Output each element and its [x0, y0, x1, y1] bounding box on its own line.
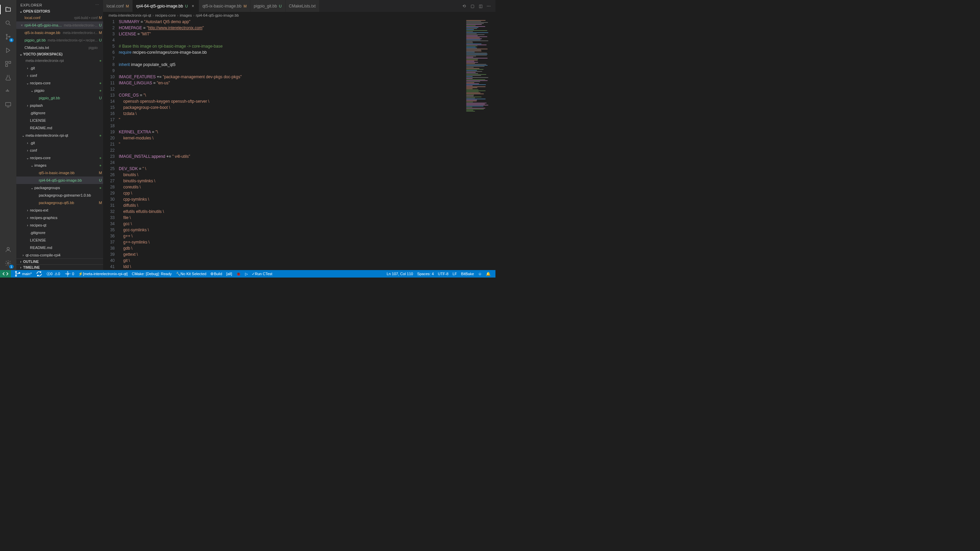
editor-tab[interactable]: rpi4-64-qt5-gpio-image.bbU× — [133, 0, 199, 12]
chevron-right-icon: › — [193, 13, 195, 17]
run-launch-icon[interactable]: ▷ — [243, 270, 250, 278]
tree-item[interactable]: packagegroup-qt5.bbM — [16, 199, 103, 206]
tab-bar: local.confMrpi4-64-qt5-gpio-image.bbU×qt… — [103, 0, 495, 12]
tree-item[interactable]: ›conf — [16, 147, 103, 154]
encoding[interactable]: UTF-8 — [436, 270, 450, 278]
sync-icon[interactable] — [34, 270, 45, 278]
explorer-icon[interactable] — [3, 5, 13, 14]
tree-item[interactable]: .gitignore — [16, 109, 103, 117]
tree-item[interactable]: ⌄images● — [16, 162, 103, 169]
tree-item[interactable]: ⌄meta-interelectronix-rpi-qt● — [16, 132, 103, 139]
more-icon[interactable]: ⋯ — [485, 2, 493, 10]
eol[interactable]: LF — [450, 270, 459, 278]
tree-item[interactable]: pigpio_git.bbU — [16, 94, 103, 102]
tree-item[interactable]: ⌄packagegroups● — [16, 184, 103, 192]
tree-item[interactable]: ›recipes-graphics — [16, 214, 103, 221]
tree-item[interactable]: ›psplash — [16, 102, 103, 109]
language-mode[interactable]: BitBake — [459, 270, 476, 278]
run-ctest[interactable]: ✓ Run CTest — [250, 270, 274, 278]
close-icon[interactable]: × — [19, 23, 24, 27]
ports[interactable]: 0 — [62, 270, 76, 278]
tree-item[interactable]: ›.git — [16, 64, 103, 72]
remote-explorer-icon[interactable] — [3, 100, 13, 110]
breadcrumb-item[interactable]: meta-interelectronix-rpi-qt — [108, 13, 151, 17]
cmake-status[interactable]: CMake: [Debug]: Ready — [130, 270, 173, 278]
notifications-icon[interactable]: 🔔 — [484, 270, 493, 278]
accounts-icon[interactable] — [3, 245, 13, 254]
debug-launch-icon[interactable]: 🐞 — [234, 270, 243, 278]
editor-tab[interactable]: qt5-ix-basic-image.bbM — [199, 0, 250, 12]
editor-tab[interactable]: pigpio_git.bbU — [250, 0, 285, 12]
minimap[interactable] — [465, 19, 495, 270]
tree-item[interactable]: ›.git — [16, 139, 103, 147]
docker-icon[interactable] — [3, 86, 13, 96]
chevron-icon: › — [25, 104, 30, 108]
tree-item[interactable]: LICENSE — [16, 237, 103, 244]
tree-item[interactable]: rpi4-64-qt5-gpio-image.bbU — [16, 176, 103, 184]
tree-item[interactable]: ›conf — [16, 72, 103, 79]
tree-item[interactable]: README.md — [16, 244, 103, 251]
tree-item[interactable]: .gitignore — [16, 229, 103, 237]
open-editor-item[interactable]: CMakeLists.txtpigpio — [16, 44, 103, 51]
editor-tab[interactable]: CMakeLists.txt — [285, 0, 320, 12]
tree-item[interactable]: qt5-ix-basic-image.bbM — [16, 169, 103, 176]
open-editors-section[interactable]: ⌄OPEN EDITORS — [16, 8, 103, 14]
open-editor-item[interactable]: pigpio_git.bbmeta-interelectronix-rpi • … — [16, 37, 103, 44]
breadcrumb-item[interactable]: rpi4-64-qt5-gpio-image.bb — [196, 13, 239, 17]
open-editor-item[interactable]: qt5-ix-basic-image.bbmeta-interelectroni… — [16, 29, 103, 37]
breadcrumb-item[interactable]: images — [180, 13, 192, 17]
open-editor-item[interactable]: local.confrpi4-build • confM — [16, 14, 103, 21]
compare-icon[interactable]: ⟲ — [460, 2, 468, 10]
git-branch[interactable]: main* — [12, 270, 34, 278]
tree-item[interactable]: ›recipes-qt — [16, 221, 103, 229]
open-editor-item[interactable]: ×rpi4-64-qt5-gpio-image.bbmeta-interelec… — [16, 21, 103, 29]
chevron-icon: ⌄ — [21, 134, 25, 137]
timeline-section[interactable]: ›TIMELINE — [16, 264, 103, 270]
svg-point-1 — [6, 34, 7, 35]
cmake-context[interactable]: ⚡ [meta-interelectronix-rpi-qt] — [76, 270, 130, 278]
outline-section[interactable]: ›OUTLINE — [16, 259, 103, 264]
workspace-section[interactable]: ⌄YOCTO (WORKSPACE) — [16, 51, 103, 57]
svg-point-17 — [67, 273, 68, 275]
remote-indicator[interactable] — [0, 270, 11, 278]
chevron-icon: ⌄ — [25, 81, 30, 85]
extensions-icon[interactable] — [3, 59, 13, 69]
problems[interactable]: ⓧ 0 ⚠ 0 — [45, 270, 62, 278]
tree-item[interactable]: ⌄pigpio● — [16, 87, 103, 94]
close-icon[interactable]: × — [191, 4, 195, 8]
breadcrumbs[interactable]: meta-interelectronix-rpi-qt›recipes-core… — [103, 12, 495, 19]
cmake-kit[interactable]: 🔧 No Kit Selected — [174, 270, 208, 278]
settings-gear-icon[interactable]: 1 — [3, 259, 13, 268]
chevron-icon: › — [25, 208, 30, 212]
testing-icon[interactable] — [3, 73, 13, 82]
editor-tab[interactable]: local.confM — [103, 0, 133, 12]
activity-bar: 6 1 — [0, 0, 16, 270]
chevron-right-icon: › — [177, 13, 179, 17]
cursor-position[interactable]: Ln 107, Col 110 — [385, 270, 415, 278]
svg-point-15 — [15, 275, 16, 276]
source-control-icon[interactable]: 6 — [3, 32, 13, 41]
split-icon[interactable]: ◫ — [476, 2, 485, 10]
chevron-icon: › — [25, 224, 30, 227]
indent[interactable]: Spaces: 4 — [415, 270, 436, 278]
run-debug-icon[interactable] — [3, 46, 13, 55]
search-icon[interactable] — [3, 18, 13, 28]
tree-item[interactable]: README.md — [16, 124, 103, 132]
tree-item[interactable]: LICENSE — [16, 117, 103, 124]
sidebar: EXPLORER ⋯ ⌄OPEN EDITORS local.confrpi4-… — [16, 0, 103, 270]
sidebar-title: EXPLORER — [21, 3, 42, 7]
run-icon[interactable]: ▢ — [468, 2, 476, 10]
tree-item[interactable]: meta-interelectronix-rpi● — [16, 57, 103, 64]
tree-item[interactable]: ⌄recipes-core● — [16, 154, 103, 162]
cmake-target[interactable]: [all] — [224, 270, 234, 278]
tree-item[interactable]: ⌄recipes-core● — [16, 79, 103, 87]
breadcrumb-item[interactable]: recipes-core — [155, 13, 176, 17]
sidebar-more-icon[interactable]: ⋯ — [95, 3, 99, 7]
tree-item[interactable]: packagegroup-gstreamer1.0.bb — [16, 192, 103, 199]
svg-rect-6 — [6, 65, 8, 67]
code-content[interactable]: SUMMARY = "Autostart Qt5 demo app"HOMEPA… — [119, 19, 465, 270]
tree-item[interactable]: ›qt-cross-compile-rpi4 — [16, 251, 103, 259]
feedback-icon[interactable]: ☺ — [476, 270, 484, 278]
cmake-build[interactable]: ⚙ Build — [208, 270, 224, 278]
tree-item[interactable]: ›recipes-ext — [16, 206, 103, 214]
